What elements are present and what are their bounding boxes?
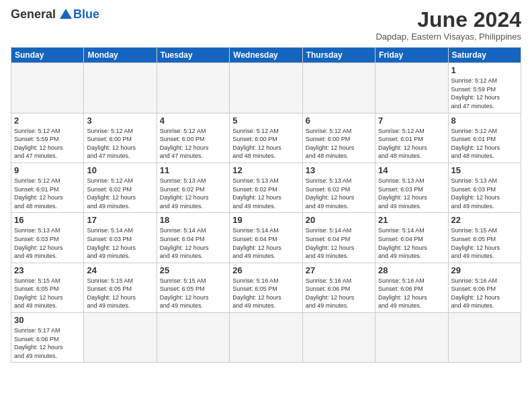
day-info: Sunrise: 5:13 AMSunset: 6:03 PMDaylight:… [14,226,81,260]
day-info: Sunrise: 5:12 AMSunset: 6:01 PMDaylight:… [14,177,81,210]
table-row: 23 Sunrise: 5:15 AMSunset: 6:05 PMDaylig… [11,263,84,312]
day-info: Sunrise: 5:14 AMSunset: 6:04 PMDaylight:… [232,226,299,260]
table-row: 3 Sunrise: 5:12 AMSunset: 6:00 PMDayligh… [84,113,157,163]
day-number: 7 [378,116,445,126]
day-info: Sunrise: 5:12 AMSunset: 5:59 PMDaylight:… [451,77,518,110]
day-info: Sunrise: 5:12 AMSunset: 6:00 PMDaylight:… [306,127,372,161]
day-number: 6 [306,116,372,126]
logo-text-general: General [11,8,56,20]
day-number: 25 [160,265,226,275]
day-number: 17 [87,215,153,225]
table-row [157,63,229,113]
day-number: 22 [451,215,518,225]
day-info: Sunrise: 5:12 AMSunset: 6:01 PMDaylight:… [451,127,518,161]
table-row: 21 Sunrise: 5:14 AMSunset: 6:04 PMDaylig… [375,213,448,263]
calendar-table: Sunday Monday Tuesday Wednesday Thursday… [11,47,521,363]
table-row [302,63,375,113]
table-row: 15 Sunrise: 5:13 AMSunset: 6:03 PMDaylig… [448,163,521,212]
table-row: 30 Sunrise: 5:17 AMSunset: 6:06 PMDaylig… [11,313,84,363]
day-number: 12 [232,165,299,175]
logo-text-blue: Blue [73,8,99,20]
day-number: 9 [14,165,81,175]
day-number: 26 [232,265,299,275]
day-info: Sunrise: 5:15 AMSunset: 6:05 PMDaylight:… [160,277,226,310]
table-row: 20 Sunrise: 5:14 AMSunset: 6:04 PMDaylig… [302,213,375,263]
day-info: Sunrise: 5:12 AMSunset: 5:59 PMDaylight:… [14,127,81,161]
table-row [375,313,448,363]
day-info: Sunrise: 5:15 AMSunset: 6:05 PMDaylight:… [87,277,153,310]
day-number: 20 [306,215,372,225]
day-info: Sunrise: 5:12 AMSunset: 6:01 PMDaylight:… [378,127,445,161]
header-sunday: Sunday [11,48,84,63]
day-info: Sunrise: 5:16 AMSunset: 6:06 PMDaylight:… [378,277,445,310]
day-number: 2 [14,116,81,126]
table-row: 8 Sunrise: 5:12 AMSunset: 6:01 PMDayligh… [448,113,521,163]
table-row: 16 Sunrise: 5:13 AMSunset: 6:03 PMDaylig… [11,213,84,263]
table-row: 7 Sunrise: 5:12 AMSunset: 6:01 PMDayligh… [375,113,448,163]
header-monday: Monday [84,48,157,63]
table-row: 6 Sunrise: 5:12 AMSunset: 6:00 PMDayligh… [302,113,375,163]
day-info: Sunrise: 5:12 AMSunset: 6:02 PMDaylight:… [87,177,153,210]
day-number: 15 [451,165,518,175]
table-row: 24 Sunrise: 5:15 AMSunset: 6:05 PMDaylig… [84,263,157,312]
day-info: Sunrise: 5:14 AMSunset: 6:03 PMDaylight:… [87,226,153,260]
table-row: 14 Sunrise: 5:13 AMSunset: 6:03 PMDaylig… [375,163,448,212]
table-row: 18 Sunrise: 5:14 AMSunset: 6:04 PMDaylig… [157,213,229,263]
table-row [84,313,157,363]
day-number: 10 [87,165,153,175]
table-row: 5 Sunrise: 5:12 AMSunset: 6:00 PMDayligh… [230,113,302,163]
location-subtitle: Dapdap, Eastern Visayas, Philippines [375,32,521,42]
day-info: Sunrise: 5:12 AMSunset: 6:00 PMDaylight:… [160,127,226,161]
day-info: Sunrise: 5:16 AMSunset: 6:05 PMDaylight:… [232,277,299,310]
table-row [84,63,157,113]
day-info: Sunrise: 5:13 AMSunset: 6:02 PMDaylight:… [306,177,372,210]
day-info: Sunrise: 5:14 AMSunset: 6:04 PMDaylight:… [378,226,445,260]
header-thursday: Thursday [302,48,375,63]
day-info: Sunrise: 5:15 AMSunset: 6:05 PMDaylight:… [451,226,518,260]
day-number: 29 [451,265,518,275]
table-row: 17 Sunrise: 5:14 AMSunset: 6:03 PMDaylig… [84,213,157,263]
day-number: 11 [160,165,226,175]
day-info: Sunrise: 5:13 AMSunset: 6:02 PMDaylight:… [232,177,299,210]
table-row [11,63,84,113]
day-info: Sunrise: 5:16 AMSunset: 6:06 PMDaylight:… [451,277,518,310]
title-area: June 2024 Dapdap, Eastern Visayas, Phili… [375,8,521,42]
day-number: 14 [378,165,445,175]
table-row [302,313,375,363]
day-number: 5 [232,116,299,126]
day-info: Sunrise: 5:14 AMSunset: 6:04 PMDaylight:… [160,226,226,260]
day-number: 23 [14,265,81,275]
day-info: Sunrise: 5:16 AMSunset: 6:06 PMDaylight:… [306,277,372,310]
header-saturday: Saturday [448,48,521,63]
calendar-header-row: Sunday Monday Tuesday Wednesday Thursday… [11,48,521,63]
table-row: 13 Sunrise: 5:13 AMSunset: 6:02 PMDaylig… [302,163,375,212]
logo: General Blue [11,8,99,20]
month-title: June 2024 [375,8,521,32]
day-info: Sunrise: 5:14 AMSunset: 6:04 PMDaylight:… [306,226,372,260]
table-row: 29 Sunrise: 5:16 AMSunset: 6:06 PMDaylig… [448,263,521,312]
table-row [230,313,302,363]
day-number: 1 [451,65,518,75]
day-number: 21 [378,215,445,225]
day-info: Sunrise: 5:13 AMSunset: 6:02 PMDaylight:… [160,177,226,210]
table-row: 25 Sunrise: 5:15 AMSunset: 6:05 PMDaylig… [157,263,229,312]
header-friday: Friday [375,48,448,63]
table-row: 4 Sunrise: 5:12 AMSunset: 6:00 PMDayligh… [157,113,229,163]
table-row: 9 Sunrise: 5:12 AMSunset: 6:01 PMDayligh… [11,163,84,212]
day-number: 30 [14,315,81,325]
day-number: 16 [14,215,81,225]
day-number: 4 [160,116,226,126]
header-tuesday: Tuesday [157,48,229,63]
day-info: Sunrise: 5:12 AMSunset: 6:00 PMDaylight:… [87,127,153,161]
table-row: 10 Sunrise: 5:12 AMSunset: 6:02 PMDaylig… [84,163,157,212]
table-row: 1 Sunrise: 5:12 AMSunset: 5:59 PMDayligh… [448,63,521,113]
header-wednesday: Wednesday [230,48,302,63]
day-info: Sunrise: 5:13 AMSunset: 6:03 PMDaylight:… [451,177,518,210]
table-row: 19 Sunrise: 5:14 AMSunset: 6:04 PMDaylig… [230,213,302,263]
logo-icon [60,9,72,19]
day-number: 18 [160,215,226,225]
day-number: 24 [87,265,153,275]
day-number: 27 [306,265,372,275]
table-row [448,313,521,363]
table-row: 11 Sunrise: 5:13 AMSunset: 6:02 PMDaylig… [157,163,229,212]
